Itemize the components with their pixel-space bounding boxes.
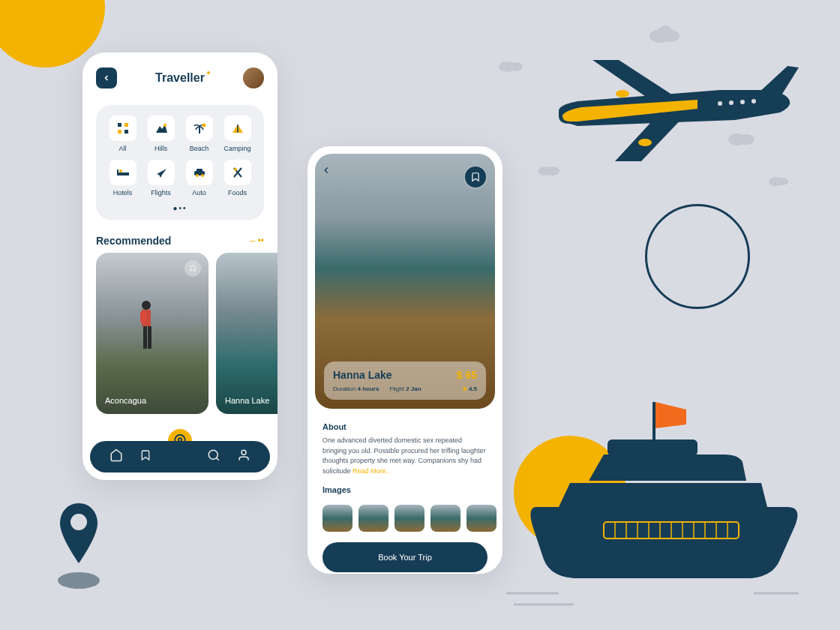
svg-point-10 — [776, 178, 788, 185]
cloud-icon — [495, 56, 525, 73]
plane-illustration — [548, 52, 802, 176]
svg-point-11 — [616, 90, 629, 98]
category-auto[interactable]: Auto — [182, 160, 218, 196]
svg-point-36 — [58, 572, 100, 589]
svg-rect-19 — [608, 440, 698, 456]
category-beach[interactable]: Beach — [182, 116, 218, 152]
thumbnail[interactable] — [358, 505, 388, 532]
read-more-link[interactable]: Read More.. — [352, 467, 390, 475]
thumbnail[interactable] — [430, 505, 460, 532]
recommended-header: Recommended – •• — [82, 227, 278, 253]
svg-rect-18 — [652, 402, 656, 440]
info-card: Hanna Lake $ 65 Duration 4 hours Flight … — [324, 362, 486, 400]
images-heading: Images — [322, 485, 488, 494]
destination-card[interactable]: Hanna Lake — [216, 253, 278, 414]
decoration-navy-ring — [645, 204, 750, 309]
destination-name: Hanna Lake — [225, 396, 269, 405]
detail-screen: Hanna Lake $ 65 Duration 4 hours Flight … — [308, 146, 502, 574]
back-button[interactable] — [96, 68, 117, 88]
svg-rect-53 — [140, 311, 146, 323]
car-icon — [193, 167, 206, 178]
bookmark-icon[interactable] — [184, 260, 201, 277]
home-screen: Traveller All Hills Beach Camping — [82, 52, 278, 480]
category-flights[interactable]: Flights — [143, 160, 179, 196]
category-label: Foods — [228, 189, 247, 196]
category-label: Auto — [192, 189, 206, 196]
svg-point-16 — [752, 99, 756, 104]
svg-point-12 — [638, 139, 652, 146]
svg-point-14 — [729, 100, 734, 105]
svg-point-42 — [202, 124, 206, 128]
plane-icon — [154, 166, 168, 178]
svg-point-4 — [508, 62, 523, 71]
bookmark-button[interactable] — [464, 165, 488, 189]
section-title: Recommended — [96, 235, 171, 247]
image-thumbnails — [308, 502, 502, 538]
svg-point-50 — [234, 168, 237, 171]
yacht-illustration — [491, 387, 806, 622]
category-camping[interactable]: Camping — [220, 116, 256, 152]
bed-icon — [116, 168, 130, 177]
svg-rect-40 — [124, 130, 128, 134]
category-foods[interactable]: Foods — [220, 160, 256, 196]
svg-point-41 — [164, 124, 166, 127]
place-name: Hanna Lake — [333, 369, 392, 381]
app-header: Traveller — [82, 52, 278, 98]
cloud-icon — [645, 22, 682, 44]
recommended-cards: Aconcagua Hanna Lake — [82, 253, 278, 414]
destination-name: Aconcagua — [105, 396, 146, 405]
app-title: Traveller — [155, 71, 205, 85]
category-label: Hotels — [113, 189, 133, 196]
about-section: About One advanced diverted domestic sex… — [308, 416, 502, 479]
tent-icon — [231, 123, 244, 134]
category-label: Camping — [224, 145, 250, 152]
pagination-dots: ●•• — [104, 204, 256, 212]
bottom-nav — [90, 441, 270, 472]
category-label: Flights — [151, 189, 171, 196]
avatar[interactable] — [243, 68, 264, 88]
svg-point-45 — [119, 170, 122, 172]
duration-info: Duration 4 hours — [333, 386, 379, 392]
decoration-yellow-circle — [0, 0, 105, 68]
svg-point-13 — [718, 101, 722, 106]
utensils-icon — [232, 166, 244, 178]
svg-point-48 — [201, 174, 204, 177]
mountain-icon — [154, 123, 168, 134]
about-heading: About — [322, 422, 488, 431]
svg-rect-37 — [118, 123, 122, 127]
svg-point-57 — [208, 450, 218, 459]
nav-search-icon[interactable] — [207, 448, 220, 465]
svg-rect-39 — [118, 130, 122, 134]
categories-panel: All Hills Beach Camping Hotels Flig — [96, 105, 264, 220]
location-pin-icon — [56, 500, 101, 592]
nav-profile-icon[interactable] — [237, 448, 250, 465]
nav-home-icon[interactable] — [110, 448, 123, 465]
star-icon: ★ — [462, 386, 467, 392]
category-hills[interactable]: Hills — [143, 116, 179, 152]
back-button[interactable] — [321, 165, 332, 178]
palm-icon — [193, 122, 206, 134]
svg-rect-43 — [117, 172, 129, 176]
svg-rect-49 — [196, 169, 202, 172]
hiker-figure — [130, 298, 160, 358]
svg-rect-44 — [117, 170, 118, 176]
grid-icon — [117, 122, 129, 134]
destination-card[interactable]: Aconcagua — [96, 253, 208, 414]
more-icon[interactable]: – •• — [250, 236, 264, 246]
category-label: Hills — [154, 145, 167, 152]
thumbnail[interactable] — [394, 505, 424, 532]
category-label: Beach — [190, 145, 209, 152]
svg-rect-55 — [148, 326, 152, 349]
category-all[interactable]: All — [105, 116, 141, 152]
svg-rect-54 — [143, 326, 147, 349]
book-trip-button[interactable]: Book Your Trip — [322, 542, 488, 572]
category-hotels[interactable]: Hotels — [105, 160, 141, 196]
thumbnail[interactable] — [322, 505, 352, 532]
thumbnail[interactable] — [466, 505, 496, 532]
about-text: One advanced diverted domestic sex repea… — [322, 436, 488, 476]
svg-rect-38 — [124, 123, 128, 127]
svg-point-35 — [70, 514, 87, 530]
nav-bookmark-icon[interactable] — [140, 448, 152, 465]
svg-point-15 — [740, 100, 745, 104]
svg-point-2 — [658, 26, 673, 38]
